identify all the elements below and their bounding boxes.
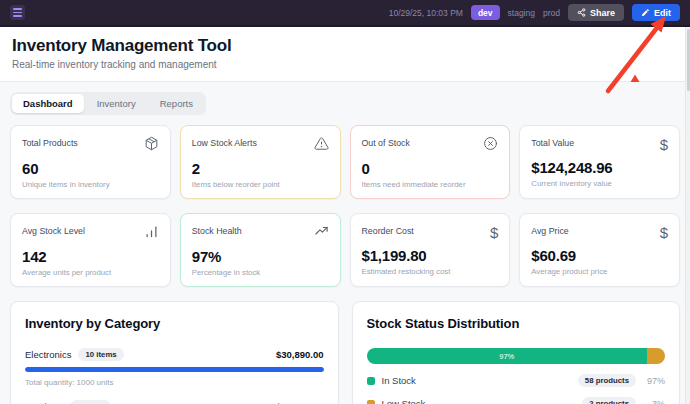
timestamp: 10/29/25, 10:03 PM (389, 8, 463, 18)
app-menu-icon[interactable] (10, 5, 25, 20)
bar-chart-icon (144, 224, 159, 243)
stat-card-low-stock-alerts: Low Stock Alerts 2 Items below reorder p… (180, 125, 341, 199)
product-count-badge: 2 products (582, 397, 636, 404)
dollar-icon: $ (660, 224, 668, 242)
stock-status-bar: 97% (367, 348, 666, 364)
tab-dashboard[interactable]: Dashboard (12, 94, 84, 113)
legend-row-low-stock: Low Stock 2 products 3% (367, 397, 666, 404)
edit-button[interactable]: Edit (632, 4, 680, 21)
item-count-badge: 10 items (78, 348, 123, 361)
stat-card-reorder-cost: Reorder Cost $ $1,199.80 Estimated resto… (350, 213, 511, 287)
tab-bar: Dashboard Inventory Reports (10, 92, 206, 115)
stat-card-total-value: Total Value $ $124,248.96 Current invent… (519, 125, 680, 199)
top-bar: 10/29/25, 10:03 PM dev staging prod Shar… (0, 0, 690, 27)
in-stock-bar-label: 97% (499, 352, 514, 361)
page-header: Inventory Management Tool Real-time inve… (0, 27, 690, 82)
stat-card-total-products: Total Products 60 Unique items in invent… (10, 125, 171, 199)
pencil-icon (641, 8, 650, 17)
item-count-badge: 8 items (70, 400, 111, 404)
tab-reports[interactable]: Reports (149, 94, 204, 113)
stat-card-stock-health: Stock Health 97% Percentage in stock (180, 213, 341, 287)
env-badge-dev[interactable]: dev (471, 5, 500, 20)
low-stock-swatch (367, 400, 375, 404)
share-button[interactable]: Share (568, 4, 624, 21)
stat-card-avg-price: Avg Price $ $60.69 Average product price (519, 213, 680, 287)
category-bar-track (25, 367, 324, 372)
stats-grid: Total Products 60 Unique items in invent… (10, 125, 680, 287)
env-option-staging[interactable]: staging (508, 8, 535, 18)
dollar-icon: $ (490, 224, 498, 242)
vertical-scrollbar[interactable] (685, 27, 690, 404)
warning-triangle-icon (314, 136, 329, 155)
dollar-icon: $ (660, 136, 668, 154)
inventory-by-category-panel: Inventory by Category Electronics 10 ite… (10, 301, 339, 404)
share-icon (577, 8, 586, 17)
tab-inventory[interactable]: Inventory (86, 94, 147, 113)
in-stock-segment: 97% (367, 348, 648, 364)
category-bar-fill (25, 367, 324, 372)
page-subtitle: Real-time inventory tracking and managem… (12, 59, 678, 70)
category-note: Total quantity: 1000 units (25, 378, 324, 387)
legend-row-in-stock: In Stock 58 products 97% (367, 374, 666, 387)
stat-card-out-of-stock: Out of Stock 0 Items need immediate reor… (350, 125, 511, 199)
circle-x-icon (483, 136, 498, 155)
stock-status-distribution-panel: Stock Status Distribution 97% In Stock 5… (352, 301, 681, 404)
panel-title: Stock Status Distribution (367, 316, 666, 331)
category-row-furniture: Furniture 8 items $27,687.97 (25, 400, 324, 404)
panel-title: Inventory by Category (25, 316, 324, 331)
in-stock-swatch (367, 377, 375, 385)
env-option-prod[interactable]: prod (543, 8, 560, 18)
product-count-badge: 58 products (578, 374, 636, 387)
page-title: Inventory Management Tool (12, 36, 678, 56)
low-stock-segment (647, 348, 665, 364)
stat-card-avg-stock-level: Avg Stock Level 142 Average units per pr… (10, 213, 171, 287)
category-row-electronics: Electronics 10 items $30,890.00 Total qu… (25, 348, 324, 387)
package-icon (144, 136, 159, 155)
trending-up-icon (314, 224, 329, 243)
